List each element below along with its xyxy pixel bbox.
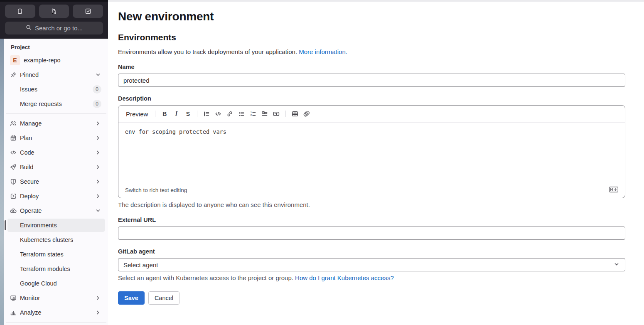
code-button[interactable] xyxy=(213,108,224,119)
sidebar-item-monitor[interactable]: Monitor xyxy=(7,291,105,305)
toolbar-separator xyxy=(155,111,155,117)
sidebar-nav: Project E example-repo PinnedIssues0Merg… xyxy=(4,39,108,325)
numbered-list-button[interactable]: 1.2. xyxy=(248,108,258,119)
sidebar-item-deploy[interactable]: Deploy xyxy=(7,190,105,203)
name-input[interactable] xyxy=(118,74,625,87)
kubernetes-access-link[interactable]: How do I grant Kubernetes access? xyxy=(295,274,394,281)
table-icon xyxy=(292,111,298,117)
sidebar-item-terraform-states[interactable]: Terraform states xyxy=(7,248,105,261)
sidebar-item-environments[interactable]: Environments xyxy=(7,219,105,232)
sidebar-item-label: Secure xyxy=(20,178,91,185)
sidebar-item-label: Code xyxy=(20,149,91,156)
link-button[interactable] xyxy=(224,108,235,119)
description-editor: Preview BIS1.2. env for scoping protecte… xyxy=(118,105,625,198)
todo-icon xyxy=(85,8,91,15)
sidebar-item-google-cloud[interactable]: Google Cloud xyxy=(7,277,105,290)
gitlab-agent-label: GitLab agent xyxy=(118,248,625,255)
sidebar-item-issues[interactable]: Issues0 xyxy=(7,83,105,96)
sidebar-item-analyze[interactable]: Analyze xyxy=(7,306,105,319)
topbar-shortcut-buttons xyxy=(5,5,103,18)
external-url-label: External URL xyxy=(118,217,625,223)
task-list-button[interactable] xyxy=(259,108,270,119)
markdown-icon xyxy=(609,187,618,194)
sidebar-item-secure[interactable]: Secure xyxy=(7,175,105,188)
markdown-toolbar: Preview BIS1.2. xyxy=(118,106,625,123)
window-edge-strip xyxy=(0,39,4,325)
sidebar-item-kubernetes-clusters[interactable]: Kubernetes clusters xyxy=(7,233,105,246)
numbered-list-icon: 1.2. xyxy=(250,111,256,117)
sidebar: Search or go to... Project E example-rep… xyxy=(0,0,108,325)
chevron-right-icon xyxy=(95,120,101,127)
issues-icon xyxy=(17,8,23,15)
sidebar-item-code[interactable]: Code xyxy=(7,146,105,159)
todos-shortcut-button[interactable] xyxy=(73,5,103,18)
sidebar-item-plan[interactable]: Plan xyxy=(7,131,105,145)
chevron-down-icon xyxy=(613,261,620,269)
cancel-button[interactable]: Cancel xyxy=(148,291,179,305)
agent-select-value: Select agent xyxy=(123,261,158,268)
page-title: New environment xyxy=(118,10,625,23)
sidebar-item-label: Environments xyxy=(20,222,101,229)
external-url-input[interactable] xyxy=(118,227,625,240)
deploy-icon xyxy=(10,193,17,199)
sidebar-item-label: Operate xyxy=(20,207,91,214)
sidebar-section-label: Project xyxy=(4,39,108,53)
toolbar-separator xyxy=(285,111,286,117)
sidebar-item-label: Google Cloud xyxy=(20,280,101,287)
bullet-list-button[interactable] xyxy=(236,108,247,119)
sidebar-item-merge-requests[interactable]: Merge requests0 xyxy=(7,97,105,111)
operate-icon xyxy=(10,207,17,214)
attach-file-icon xyxy=(303,111,310,117)
intro-text: Environments allow you to track deployme… xyxy=(118,48,625,55)
bullet-list-icon xyxy=(238,111,245,117)
name-label: Name xyxy=(118,64,625,70)
description-textarea[interactable]: env for scoping protected vars xyxy=(118,123,625,183)
italic-button[interactable]: I xyxy=(171,108,182,119)
sidebar-item-label: Terraform modules xyxy=(20,266,101,272)
italic-icon: I xyxy=(175,111,177,117)
code-icon xyxy=(10,149,17,156)
search-input[interactable]: Search or go to... xyxy=(5,22,103,34)
more-information-link[interactable]: More information. xyxy=(299,48,347,55)
sidebar-project-row[interactable]: E example-repo xyxy=(7,54,105,67)
chevron-right-icon xyxy=(95,309,101,316)
chevron-right-icon xyxy=(95,135,101,141)
description-label: Description xyxy=(118,95,625,102)
bold-button[interactable]: B xyxy=(159,108,170,119)
sidebar-item-label: Kubernetes clusters xyxy=(20,236,101,243)
chevron-right-icon xyxy=(95,149,101,156)
sidebar-item-terraform-modules[interactable]: Terraform modules xyxy=(7,262,105,276)
monitor-icon xyxy=(10,295,17,301)
description-helper: The description is displayed to anyone w… xyxy=(118,201,625,208)
sidebar-item-operate[interactable]: Operate xyxy=(7,204,105,217)
strikethrough-button[interactable]: S xyxy=(182,108,193,119)
code-icon xyxy=(215,111,221,117)
sidebar-item-label: Analyze xyxy=(20,309,91,316)
strikethrough-icon: S xyxy=(186,111,190,117)
quote-icon xyxy=(203,111,210,117)
issues-shortcut-button[interactable] xyxy=(5,5,35,18)
chevron-right-icon xyxy=(95,193,101,199)
table-button[interactable] xyxy=(290,108,300,119)
main-content: New environment Environments Environment… xyxy=(108,0,644,325)
project-name: example-repo xyxy=(24,57,61,64)
chevron-right-icon xyxy=(95,295,101,301)
collapsible-section-button[interactable] xyxy=(271,108,282,119)
preview-button[interactable]: Preview xyxy=(123,109,151,119)
search-icon xyxy=(25,24,32,32)
project-avatar: E xyxy=(10,55,20,65)
sidebar-item-label: Manage xyxy=(20,120,91,127)
sidebar-item-label: Deploy xyxy=(20,193,91,199)
switch-to-rich-text-link[interactable]: Switch to rich text editing xyxy=(125,187,187,193)
agent-helper: Select an agent with Kubernetes access t… xyxy=(118,274,625,281)
editor-footer: Switch to rich text editing xyxy=(118,183,625,198)
sidebar-item-pinned[interactable]: Pinned xyxy=(7,68,105,81)
sidebar-item-build[interactable]: Build xyxy=(7,160,105,174)
agent-select[interactable]: Select agent xyxy=(118,258,625,271)
sidebar-item-manage[interactable]: Manage xyxy=(7,117,105,130)
attach-file-button[interactable] xyxy=(301,108,312,119)
quote-button[interactable] xyxy=(201,108,212,119)
chevron-down-icon xyxy=(95,207,101,214)
save-button[interactable]: Save xyxy=(118,291,145,305)
merge-requests-shortcut-button[interactable] xyxy=(39,5,69,18)
